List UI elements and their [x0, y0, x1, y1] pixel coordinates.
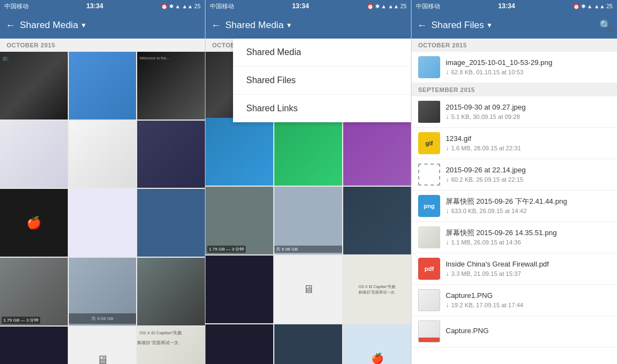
media-thumb[interactable]: Welcome to the...: [137, 52, 205, 119]
time-1: 13:34: [86, 2, 104, 10]
header-title-3[interactable]: Shared Files ▼: [431, 20, 595, 31]
download-arrow: ↓: [446, 301, 449, 309]
media-thumb[interactable]: [343, 187, 411, 254]
status-icons-3: ⏰ ✱ ▲ ▲▲ 25: [573, 3, 613, 9]
file-meta: ↓ 633.0 KB, 26.09.15 at 14:42: [446, 207, 610, 215]
media-thumb[interactable]: [137, 121, 205, 188]
media-thumb[interactable]: 📺: [0, 52, 68, 119]
dropdown-arrow-3[interactable]: ▼: [486, 21, 492, 29]
media-thumb[interactable]: 🍎: [343, 324, 411, 364]
back-button-2[interactable]: ←: [211, 20, 221, 31]
file-name: image_2015-10-01_10-53-29.png: [446, 58, 610, 68]
time-2: 13:34: [292, 2, 309, 10]
file-icon-png: png: [418, 195, 440, 217]
search-icon-3[interactable]: 🔍: [599, 19, 611, 31]
header-bar-2: ← Shared Media ▼: [205, 12, 411, 39]
media-thumb[interactable]: [137, 189, 205, 257]
file-name: 2015-09-26 at 22.14.jpeg: [446, 166, 610, 175]
section-header-oct-1: OCTOBER 2015: [0, 39, 205, 52]
back-button-3[interactable]: ←: [417, 20, 427, 31]
file-meta: ↓ 62.8 KB, 01.10.15 at 10:53: [446, 68, 610, 76]
download-arrow: ↓: [446, 144, 449, 152]
file-meta: ↓ 1.1 MB, 26.09.15 at 14:36: [446, 238, 610, 246]
status-bar-3: 中国移动 13:34 ⏰ ✱ ▲ ▲▲ 25: [412, 0, 617, 12]
media-thumb[interactable]: [343, 118, 411, 186]
media-thumb[interactable]: 共 6.08 GB: [69, 258, 137, 325]
file-icon-capture: [418, 320, 440, 343]
media-thumb[interactable]: [274, 324, 342, 364]
media-grid-1[interactable]: 📺 Welcome to the... 🍎 1.79 GB — 3 分钟 共 6…: [0, 52, 205, 364]
header-title-1[interactable]: Shared Media ▼: [20, 20, 199, 31]
file-icon-capture1: [418, 289, 440, 311]
file-info: 屏幕快照 2015-09-26 14.35.51.png ↓ 1.1 MB, 2…: [446, 229, 610, 247]
file-item[interactable]: Capture1.PNG ↓ 19.2 KB, 17.09.15 at 17:4…: [412, 285, 617, 316]
media-grid-inner-2b: 1.79 GB — 3 分钟 共 6.08 GB 🖥 OS X El Capit…: [205, 118, 411, 364]
dropdown-item-shared-files[interactable]: Shared Files: [233, 67, 411, 95]
download-arrow: ↓: [446, 176, 449, 183]
media-thumb[interactable]: OS X El Capitan"失败购项目"页面再试一次.: [137, 327, 205, 364]
download-arrow: ↓: [446, 270, 449, 278]
media-thumb[interactable]: 🖥: [69, 327, 137, 364]
media-thumb[interactable]: 🖥: [274, 256, 342, 323]
carrier-3: 中国移动: [416, 2, 440, 10]
header-title-2[interactable]: Shared Media ▼: [225, 20, 405, 31]
media-thumb[interactable]: 1.79 GB — 3 分钟: [0, 258, 68, 325]
download-arrow: ↓: [446, 238, 449, 246]
media-thumb[interactable]: 1.79 GB — 3 分钟: [205, 187, 273, 254]
media-thumb[interactable]: [205, 118, 273, 186]
file-icon-pdf: pdf: [418, 258, 440, 280]
file-info: 1234.gif ↓ 1.6 MB, 28.09.15 at 22:31: [446, 134, 610, 153]
dropdown-item-shared-media[interactable]: Shared Media: [233, 39, 411, 67]
media-thumb[interactable]: 共 6.08 GB: [274, 187, 342, 254]
file-item[interactable]: Capture.PNG: [412, 316, 617, 347]
download-arrow: ↓: [446, 68, 449, 76]
file-item[interactable]: 屏幕快照 2015-09-26 14.35.51.png ↓ 1.1 MB, 2…: [412, 222, 617, 253]
file-item[interactable]: image_2015-10-01_10-53-29.png ↓ 62.8 KB,…: [412, 52, 617, 83]
file-meta: ↓ 5.1 KB, 30.09.15 at 09:28: [446, 113, 610, 121]
status-icons-1: ⏰ ✱ ▲ ▲▲ 25: [161, 3, 201, 9]
media-thumb[interactable]: [69, 121, 137, 188]
media-thumb[interactable]: [69, 189, 137, 257]
file-item[interactable]: png 屏幕快照 2015-09-26 下午2.41.44.png ↓ 633.…: [412, 191, 617, 222]
file-item[interactable]: 2015-09-26 at 22.14.jpeg ↓ 60.2 KB, 26.0…: [412, 159, 617, 191]
download-arrow: ↓: [446, 207, 449, 215]
carrier-1: 中国移动: [4, 2, 29, 10]
media-thumb[interactable]: [69, 52, 137, 119]
file-item[interactable]: 2015-09-30 at 09.27.jpeg ↓ 5.1 KB, 30.09…: [412, 96, 617, 128]
back-button-1[interactable]: ←: [6, 20, 15, 31]
file-name: 屏幕快照 2015-09-26 下午2.41.44.png: [446, 197, 610, 207]
file-meta: ↓ 60.2 KB, 26.09.15 at 22:15: [446, 176, 610, 183]
carrier-2: 中国移动: [210, 2, 234, 10]
file-info: 2015-09-30 at 09.27.jpeg ↓ 5.1 KB, 30.09…: [446, 103, 610, 121]
media-thumb[interactable]: [0, 121, 68, 188]
panel-shared-media-dropdown: 中国移动 13:34 ⏰ ✱ ▲ ▲▲ 25 ← Shared Media ▼ …: [205, 0, 412, 364]
status-icons-2: ⏰ ✱ ▲ ▲▲ 25: [367, 3, 407, 9]
file-icon-image: [418, 56, 440, 78]
time-3: 13:34: [498, 2, 515, 10]
media-thumb[interactable]: [205, 256, 273, 323]
media-thumb[interactable]: OS X El Capitan"失败购项目"页面再试一次.: [343, 256, 411, 323]
file-name: 2015-09-30 at 09.27.jpeg: [446, 103, 610, 112]
media-thumb[interactable]: [137, 258, 205, 325]
file-meta: ↓ 19.2 KB, 17.09.15 at 17:44: [446, 301, 610, 309]
media-thumb[interactable]: [0, 327, 68, 364]
file-meta: ↓ 1.6 MB, 28.09.15 at 22:31: [446, 144, 610, 152]
file-item[interactable]: gif 1234.gif ↓ 1.6 MB, 28.09.15 at 22:31: [412, 128, 617, 159]
file-name: Capture1.PNG: [446, 291, 610, 301]
dropdown-item-shared-links[interactable]: Shared Links: [233, 95, 411, 122]
file-icon-jpeg1: [418, 101, 440, 123]
dropdown-arrow-2[interactable]: ▼: [286, 21, 293, 29]
file-icon-gif: gif: [418, 132, 440, 154]
files-list[interactable]: OCTOBER 2015 image_2015-10-01_10-53-29.p…: [412, 39, 617, 364]
media-thumb[interactable]: 🍎: [0, 189, 68, 257]
media-grid-inner-1: 📺 Welcome to the... 🍎 1.79 GB — 3 分钟 共 6…: [0, 52, 205, 364]
dropdown-arrow-1[interactable]: ▼: [80, 21, 87, 29]
file-info: 2015-09-26 at 22.14.jpeg ↓ 60.2 KB, 26.0…: [446, 166, 610, 184]
media-thumb[interactable]: [274, 118, 342, 186]
file-name: 屏幕快照 2015-09-26 14.35.51.png: [446, 229, 610, 238]
file-item[interactable]: pdf Inside China's Great Firewall.pdf ↓ …: [412, 253, 617, 285]
media-thumb[interactable]: [205, 324, 273, 364]
status-bar-2: 中国移动 13:34 ⏰ ✱ ▲ ▲▲ 25: [205, 0, 411, 12]
media-grid-2b[interactable]: 1.79 GB — 3 分钟 共 6.08 GB 🖥 OS X El Capit…: [205, 118, 411, 364]
status-bar-1: 中国移动 13:34 ⏰ ✱ ▲ ▲▲ 25: [0, 0, 205, 12]
